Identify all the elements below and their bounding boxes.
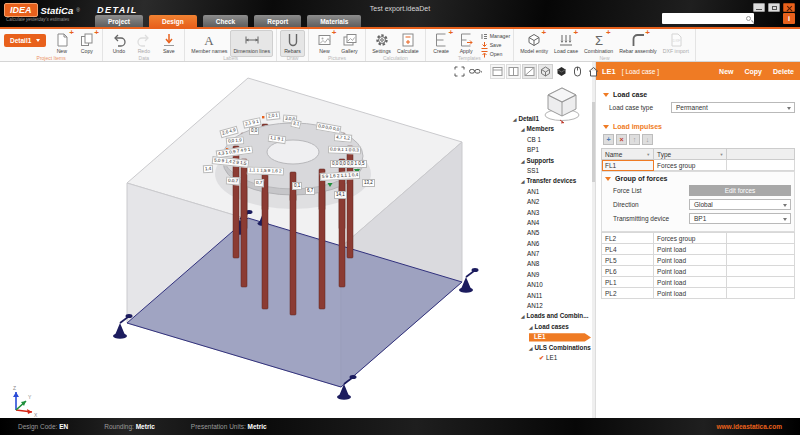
link-views-icon[interactable] (468, 64, 483, 79)
search-input[interactable] (665, 15, 746, 23)
tree-item[interactable]: ✔LE1 (497, 332, 591, 342)
header-action-button[interactable]: New (719, 68, 733, 75)
tree-item[interactable]: ✔AN8 (497, 259, 591, 269)
impulse-row[interactable]: PL1Point load (602, 277, 795, 288)
dxf-import-button[interactable]: DXF DXF import (660, 30, 692, 57)
tree-item[interactable]: ✔AN7 (497, 249, 591, 259)
tree-item[interactable]: ✔SS1 (497, 166, 591, 176)
rebar-assembly-button[interactable]: Rebar assembly (616, 30, 659, 57)
copy-project-item-button[interactable]: Copy (74, 30, 99, 57)
ribbon-tab[interactable]: Design (149, 15, 197, 27)
minimize-button[interactable] (753, 3, 765, 12)
tree-item[interactable]: ✔AN11 (497, 291, 591, 301)
search-box[interactable] (662, 13, 754, 24)
undo-button[interactable]: Undo (106, 30, 131, 57)
detail-selector[interactable]: Detail1 (4, 34, 46, 47)
filter-icon[interactable]: ▼ (719, 151, 723, 158)
perspective-view-icon[interactable] (538, 64, 553, 79)
impulse-row[interactable]: PL4Point load (602, 244, 795, 255)
gallery-button[interactable]: Gallery (337, 30, 362, 57)
tree-item[interactable]: ✔AN10 (497, 280, 591, 290)
tree-item[interactable]: ✔AN6 (497, 239, 591, 249)
new-project-item-button[interactable]: New (49, 30, 74, 57)
home-view-icon[interactable] (586, 64, 601, 79)
impulse-type-cell[interactable]: Forces group (654, 160, 727, 171)
section-load-case[interactable]: Load case (603, 91, 795, 98)
member-names-toggle[interactable]: A Member names (188, 30, 230, 57)
section-load-impulses[interactable]: Load impulses (603, 123, 795, 130)
impulse-row[interactable]: FL2Forces group (602, 233, 795, 244)
header-action-button[interactable]: Copy (744, 68, 762, 75)
impulse-row[interactable]: PL6Point load (602, 266, 795, 277)
tree-item[interactable]: ✔AN3 (497, 208, 591, 218)
move-down-button[interactable]: ↓ (642, 134, 653, 145)
column-header-type[interactable]: Type▼ (654, 149, 727, 160)
header-action-button[interactable]: Delete (773, 68, 794, 75)
status-item[interactable]: Design Code: EN (18, 423, 68, 430)
mouse-navigation-icon[interactable] (570, 64, 585, 79)
redo-button[interactable]: Redo (131, 30, 156, 57)
website-link[interactable]: www.ideastatica.com (716, 423, 782, 430)
tree-item[interactable]: ✔Detail1 (497, 114, 591, 124)
tree-item-label: AN4 (527, 219, 539, 226)
tree-item[interactable]: ✔AN5 (497, 228, 591, 238)
apply-template-button[interactable]: Apply (454, 30, 479, 57)
load-case-button[interactable]: Load case (551, 30, 581, 57)
axonometry-view-icon[interactable] (522, 64, 537, 79)
tree-scrollbar[interactable] (592, 62, 595, 418)
tree-item[interactable]: ✔CB 1 (497, 135, 591, 145)
dimension-lines-toggle[interactable]: Dimension lines (230, 30, 273, 57)
template-manager-button[interactable]: Manager (481, 32, 510, 40)
add-impulse-button[interactable]: + (603, 134, 614, 145)
ribbon-tab[interactable]: Check (203, 15, 249, 27)
delete-impulse-button[interactable]: × (616, 134, 627, 145)
move-up-button[interactable]: ↑ (629, 134, 640, 145)
fit-view-icon[interactable] (452, 64, 467, 79)
column-header-name[interactable]: Name▼ (602, 149, 654, 160)
impulse-row[interactable]: PL2Point load (602, 288, 795, 299)
transmitting-device-dropdown[interactable]: BP1 (689, 213, 791, 224)
ribbon-tab[interactable]: Report (254, 15, 301, 27)
tree-item[interactable]: ✔AN12 (497, 301, 591, 311)
load-case-type-dropdown[interactable]: Permanent (671, 102, 795, 113)
rebars-button[interactable]: Rebars (280, 30, 305, 57)
tree-item[interactable]: ✔AN4 (497, 218, 591, 228)
tree-item[interactable]: ✔AN9 (497, 270, 591, 280)
impulse-row-selected[interactable]: FL1 Forces group (602, 160, 795, 171)
template-save-button[interactable]: Save (481, 41, 510, 49)
impulse-row[interactable]: PL5Point load (602, 255, 795, 266)
model-entity-button[interactable]: Model entity (517, 30, 551, 57)
tree-item[interactable]: ✔Supports (497, 156, 591, 166)
tree-item[interactable]: ✔Transfer devices (497, 176, 591, 186)
tree-item[interactable]: ✔LE1 (497, 353, 591, 363)
new-picture-button[interactable]: New (312, 30, 337, 57)
status-item[interactable]: Rounding: Metric (104, 423, 155, 430)
section-group-of-forces[interactable]: Group of forces (605, 175, 791, 182)
tree-item[interactable]: ✔Members (497, 124, 591, 134)
direction-dropdown[interactable]: Global (689, 199, 791, 210)
tree-item[interactable]: ✔Load cases (497, 322, 591, 332)
edit-forces-button[interactable]: Edit forces (689, 185, 791, 196)
maximize-button[interactable] (768, 3, 780, 12)
impulse-name-cell[interactable]: FL1 (602, 160, 654, 171)
tree-item[interactable]: ✔AN1 (497, 187, 591, 197)
chevron-down-icon (783, 204, 787, 207)
tree-item[interactable]: ✔ULS Combinations (497, 343, 591, 353)
calculate-button[interactable]: Calculate (394, 30, 422, 57)
combination-button[interactable]: Σ Combination (581, 30, 616, 57)
tree-item[interactable]: ✔BP1 (497, 145, 591, 155)
create-template-button[interactable]: Create (429, 30, 454, 57)
info-button[interactable]: i (783, 13, 795, 24)
save-button[interactable]: Save (156, 30, 181, 57)
solid-mode-icon[interactable] (554, 64, 569, 79)
tree-item[interactable]: ✔Loads and Combin... (497, 311, 591, 321)
settings-button[interactable]: Settings (369, 30, 394, 57)
view-window-icon[interactable] (490, 64, 505, 79)
ribbon-tab[interactable]: Project (95, 15, 143, 27)
view-split-icon[interactable] (506, 64, 521, 79)
filter-icon[interactable]: ▼ (646, 151, 650, 158)
ribbon-tab[interactable]: Materials (307, 15, 361, 27)
tree-item[interactable]: ✔AN2 (497, 197, 591, 207)
status-item[interactable]: Presentation Units: Metric (191, 423, 267, 430)
close-button[interactable] (783, 3, 795, 12)
